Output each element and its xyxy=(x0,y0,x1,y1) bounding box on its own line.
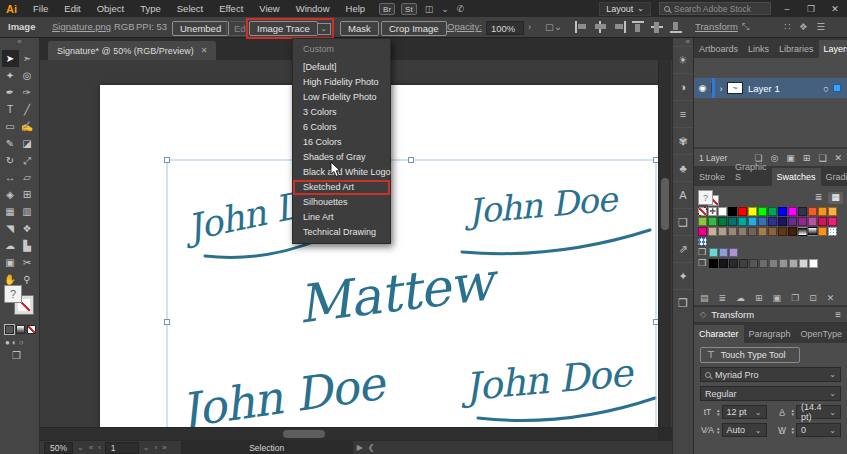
asset-export-panel-icon[interactable]: ⇗ xyxy=(673,235,693,262)
tab-graphic-s[interactable]: Graphic S xyxy=(730,158,772,186)
trace-preset-technical-drawing[interactable]: Technical Drawing xyxy=(293,225,390,240)
layout-dropdown[interactable]: Layout ⌄ xyxy=(599,2,651,16)
swatch[interactable] xyxy=(788,227,797,236)
swatch[interactable] xyxy=(828,207,837,216)
swatch[interactable] xyxy=(769,259,778,268)
trace-preset-3-colors[interactable]: 3 Colors xyxy=(293,105,390,120)
color-group-folder-icon[interactable]: ❒ xyxy=(698,247,706,257)
tab-libraries[interactable]: Libraries xyxy=(774,40,819,58)
tab-character[interactable]: Character xyxy=(694,325,744,343)
direct-selection-tool[interactable]: ➣ xyxy=(19,50,36,67)
opacity-label[interactable]: Opacity: xyxy=(447,21,482,32)
line-segment-tool[interactable]: ╱ xyxy=(19,101,36,118)
trace-preset-black-and-white-logo[interactable]: Black and White Logo xyxy=(293,165,390,180)
swatch[interactable] xyxy=(799,259,808,268)
swatch[interactable] xyxy=(749,259,758,268)
leading-value-box[interactable]: (14.4 pt) ⌄ xyxy=(796,405,841,419)
trace-preset-low-fidelity-photo[interactable]: Low Fidelity Photo xyxy=(293,90,390,105)
color-guide-panel-icon[interactable]: ◑ xyxy=(673,73,693,100)
swatch[interactable] xyxy=(719,248,728,257)
locate-object-icon[interactable]: ◎ xyxy=(770,153,778,163)
swatch[interactable] xyxy=(778,227,787,236)
tracking-value-box[interactable]: 0 ⌄ xyxy=(796,423,841,437)
swatch[interactable] xyxy=(779,259,788,268)
fill-proxy-swatch[interactable]: ? xyxy=(698,190,713,205)
new-sublayer-icon[interactable]: ⊞ xyxy=(803,153,811,163)
swatch[interactable] xyxy=(828,217,837,226)
trace-preset-sketched-art[interactable]: Sketched Art xyxy=(293,180,390,195)
align-top-icon[interactable] xyxy=(632,21,645,33)
swatch[interactable] xyxy=(798,217,807,226)
symbol-sprayer-tool[interactable]: ☁ xyxy=(2,237,19,254)
gradient-button[interactable] xyxy=(16,325,25,334)
swatch-registration[interactable]: ✛ xyxy=(708,207,717,216)
tab-artboards[interactable]: Artboards xyxy=(694,40,743,58)
brushes-panel-icon[interactable]: ✾ xyxy=(673,127,693,154)
swatch[interactable] xyxy=(809,259,818,268)
swatch-pattern[interactable] xyxy=(828,227,837,236)
cloud-sync-icon[interactable]: ☁ xyxy=(736,293,745,303)
align-vcenter-icon[interactable] xyxy=(651,21,664,33)
swatch[interactable] xyxy=(758,217,767,226)
horizontal-scroll-thumb[interactable] xyxy=(283,430,325,438)
menu-type[interactable]: Type xyxy=(132,3,169,14)
menu-view[interactable]: View xyxy=(251,3,287,14)
swatch[interactable] xyxy=(758,227,767,236)
new-color-group-icon[interactable]: ⊞ xyxy=(755,293,763,303)
show-swatch-kinds-icon[interactable]: ≣ xyxy=(719,293,727,303)
delete-layer-icon[interactable]: ✕ xyxy=(834,153,842,163)
align-bottom-icon[interactable] xyxy=(670,21,683,33)
font-style-select[interactable]: Regular ⌄ xyxy=(700,386,841,401)
stepper-icon[interactable]: ▴▾ xyxy=(717,408,720,416)
scale-tool[interactable]: ⤢ xyxy=(19,152,36,169)
align-right-icon[interactable] xyxy=(613,21,626,33)
trace-preset-default[interactable]: [Default] xyxy=(293,60,390,75)
rectangle-tool[interactable]: ▭ xyxy=(2,118,19,135)
magic-wand-tool[interactable]: ✦ xyxy=(2,67,19,84)
swatch[interactable] xyxy=(729,248,738,257)
blend-tool[interactable]: ❖ xyxy=(19,220,36,237)
collapse-panel-icon[interactable]: ◇ xyxy=(700,310,706,319)
opacity-value[interactable]: 100% xyxy=(486,21,524,35)
stepper-icon[interactable]: ▴▾ xyxy=(717,426,720,434)
transform-panel-header[interactable]: ◇ Transform ≡ xyxy=(694,306,847,323)
swatch[interactable] xyxy=(808,217,817,226)
color-button[interactable] xyxy=(5,325,14,334)
swatch[interactable] xyxy=(768,217,777,226)
zoom-chevron-icon[interactable]: ⌄ xyxy=(76,443,85,452)
swatch[interactable] xyxy=(818,217,827,226)
swatch[interactable] xyxy=(768,227,777,236)
workspace-switch-icon[interactable]: ☰ xyxy=(817,21,826,32)
align-left-icon[interactable] xyxy=(575,21,588,33)
free-transform-tool[interactable]: ▱ xyxy=(19,169,36,186)
swatch[interactable] xyxy=(808,207,817,216)
pathfinder-panel-icon[interactable]: ❒ xyxy=(673,289,693,316)
adobe-stock-search-input[interactable]: Search Adobe Stock xyxy=(659,2,771,15)
font-size-field[interactable]: tT ▴▾ 12 pt ⌄ xyxy=(700,405,767,419)
tab-layers[interactable]: Layers xyxy=(819,40,847,58)
color-panel-icon[interactable]: ☀ xyxy=(673,46,693,73)
next-artboard-icon[interactable]: › xyxy=(154,443,159,452)
new-swatch-icon[interactable]: ⊡ xyxy=(809,293,817,303)
swatch-gradient[interactable] xyxy=(798,227,807,236)
image-trace-button[interactable]: Image Trace xyxy=(249,21,318,36)
layer-name[interactable]: Layer 1 xyxy=(748,83,819,94)
glyphs-panel-icon[interactable]: A xyxy=(673,181,693,208)
new-folder-icon[interactable]: ❐ xyxy=(791,293,799,303)
swatch[interactable] xyxy=(778,217,787,226)
type-tool[interactable]: T xyxy=(2,101,19,118)
menu-window[interactable]: Window xyxy=(288,3,338,14)
crop-image-button[interactable]: Crop Image xyxy=(381,21,447,36)
pen-tool[interactable]: ✒ xyxy=(2,84,19,101)
stroke-panel-icon[interactable]: ≡ xyxy=(673,100,693,127)
swatch[interactable] xyxy=(729,259,738,268)
align-hcenter-icon[interactable] xyxy=(594,21,607,33)
free-transform-icon[interactable]: ⤡ xyxy=(742,21,750,33)
kerning-value-box[interactable]: Auto ⌄ xyxy=(722,423,767,437)
filename-link[interactable]: Signature.png xyxy=(52,21,111,32)
swatch[interactable] xyxy=(709,259,718,268)
swatch[interactable] xyxy=(788,207,797,216)
unembed-button[interactable]: Unembed xyxy=(172,21,229,36)
close-button[interactable]: ✕ xyxy=(827,4,843,14)
mask-button[interactable]: Mask xyxy=(340,21,379,36)
